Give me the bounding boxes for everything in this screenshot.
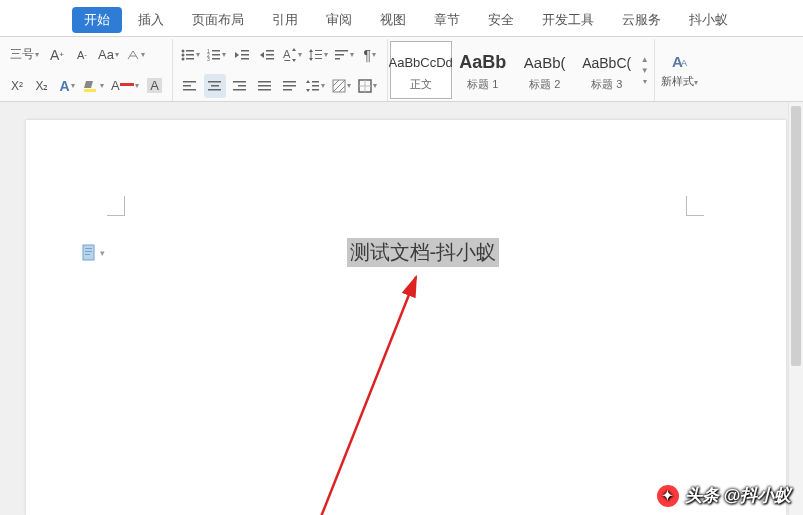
font-color-button[interactable]: A: [109, 74, 141, 98]
scrollbar-thumb[interactable]: [791, 106, 801, 366]
style-normal[interactable]: AaBbCcDd 正文: [390, 41, 452, 99]
svg-rect-53: [85, 251, 92, 252]
subscript-button[interactable]: X₂: [31, 74, 53, 98]
vertical-scrollbar[interactable]: [788, 102, 803, 515]
superscript-button[interactable]: X²: [6, 74, 28, 98]
tab-cloud[interactable]: 云服务: [610, 7, 673, 33]
shading-button[interactable]: [330, 74, 353, 98]
line-spacing-menu-icon: [309, 49, 323, 61]
highlight-button[interactable]: [81, 74, 106, 98]
superscript-icon: X²: [11, 79, 23, 93]
tab-view[interactable]: 视图: [368, 7, 418, 33]
borders-button[interactable]: [356, 74, 379, 98]
svg-rect-2: [186, 50, 194, 52]
tab-douxiaoyi[interactable]: 抖小蚁: [677, 7, 740, 33]
tab-start[interactable]: 开始: [72, 7, 122, 33]
tab-sections[interactable]: 章节: [422, 7, 472, 33]
svg-rect-28: [183, 85, 191, 87]
svg-rect-38: [258, 89, 271, 91]
style-heading2[interactable]: AaBb( 标题 2: [514, 41, 576, 99]
align-left-button[interactable]: [179, 74, 201, 98]
new-style-icon: AA: [670, 52, 690, 72]
svg-rect-12: [212, 58, 220, 60]
font-color-icon: A: [111, 78, 134, 93]
svg-rect-23: [315, 58, 322, 59]
watermark: ✦ 头条 @抖小蚁: [657, 484, 791, 507]
align-justify-button[interactable]: [254, 74, 276, 98]
document-area: 测试文档-抖小蚁: [0, 102, 803, 515]
svg-rect-4: [186, 54, 194, 56]
tab-dev-tools[interactable]: 开发工具: [530, 7, 606, 33]
svg-rect-22: [315, 54, 322, 55]
selected-text[interactable]: 测试文档-抖小蚁: [347, 238, 500, 267]
svg-line-55: [286, 277, 416, 515]
svg-rect-26: [335, 58, 340, 60]
clear-format-icon: [126, 48, 140, 62]
svg-rect-6: [186, 58, 194, 60]
svg-rect-32: [208, 89, 221, 91]
svg-rect-0: [84, 89, 96, 92]
font-effects-button[interactable]: A: [56, 74, 78, 98]
tab-review[interactable]: 审阅: [314, 7, 364, 33]
align-center-icon: [208, 80, 222, 92]
align-distribute-button[interactable]: [279, 74, 301, 98]
svg-point-3: [181, 53, 184, 56]
bullets-button[interactable]: [179, 43, 202, 67]
increase-indent-icon: [260, 49, 274, 61]
tab-security[interactable]: 安全: [476, 7, 526, 33]
svg-text:A̲: A̲: [283, 48, 291, 61]
svg-rect-18: [266, 58, 274, 60]
style-label: 标题 2: [529, 77, 560, 92]
align-left-icon: [183, 80, 197, 92]
font-effects-icon: A: [59, 78, 69, 94]
font-size-combo[interactable]: 三号: [6, 43, 43, 67]
sort-button[interactable]: [333, 43, 356, 67]
svg-rect-51: [83, 245, 94, 260]
line-spacing-icon: [306, 80, 320, 92]
sort-icon: [335, 49, 349, 61]
document-icon: [81, 244, 97, 262]
decrease-indent-button[interactable]: [231, 43, 253, 67]
svg-rect-41: [283, 89, 292, 91]
svg-rect-52: [85, 248, 92, 249]
styles-expand[interactable]: ▲ ▼ ▾: [638, 41, 652, 99]
style-label: 正文: [410, 77, 432, 92]
tab-references[interactable]: 引用: [260, 7, 310, 33]
style-heading3[interactable]: AaBbC( 标题 3: [576, 41, 638, 99]
svg-rect-37: [258, 85, 271, 87]
font-group: 三号 A+ A- Aa X² X₂ A A A: [0, 39, 173, 101]
svg-rect-8: [212, 50, 220, 52]
text-direction-button[interactable]: A̲: [281, 43, 304, 67]
show-marks-button[interactable]: ¶: [359, 43, 381, 67]
svg-rect-39: [283, 81, 296, 83]
section-nav-button[interactable]: [81, 244, 105, 262]
line-spacing-button[interactable]: [304, 74, 327, 98]
tab-page-layout[interactable]: 页面布局: [180, 7, 256, 33]
watermark-logo-icon: ✦: [657, 485, 679, 507]
borders-icon: [358, 79, 372, 93]
svg-rect-36: [258, 81, 271, 83]
ribbon: 三号 A+ A- Aa X² X₂ A A A 123 A̲ ¶: [0, 36, 803, 102]
shading-icon: [332, 79, 346, 93]
shrink-font-icon: A-: [77, 49, 87, 61]
align-right-button[interactable]: [229, 74, 251, 98]
grow-font-button[interactable]: A+: [46, 43, 68, 67]
highlight-icon: [83, 79, 99, 93]
page[interactable]: 测试文档-抖小蚁: [26, 120, 786, 515]
char-shading-button[interactable]: A: [144, 74, 166, 98]
svg-rect-31: [211, 85, 219, 87]
shrink-font-button[interactable]: A-: [71, 43, 93, 67]
clear-format-button[interactable]: [124, 43, 147, 67]
grow-font-icon: A+: [50, 47, 64, 63]
svg-rect-21: [315, 50, 322, 51]
align-center-button[interactable]: [204, 74, 226, 98]
line-spacing-menu[interactable]: [307, 43, 330, 67]
increase-indent-button[interactable]: [256, 43, 278, 67]
tab-insert[interactable]: 插入: [126, 7, 176, 33]
change-case-button[interactable]: Aa: [96, 43, 121, 67]
new-style-button[interactable]: AA 新样式▾: [655, 39, 705, 101]
style-heading1[interactable]: AaBb 标题 1: [452, 41, 514, 99]
svg-rect-40: [283, 85, 296, 87]
svg-text:A: A: [681, 58, 687, 68]
numbering-button[interactable]: 123: [205, 43, 228, 67]
